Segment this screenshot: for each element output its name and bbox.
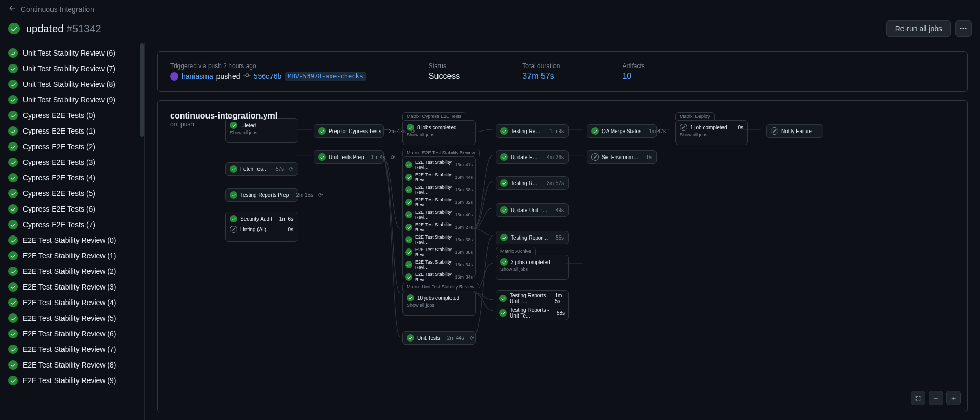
artifacts-value[interactable]: 10 [622, 72, 644, 81]
matrix-cypress[interactable]: 8 jobs completed Show all jobs [402, 120, 476, 145]
sidebar-item[interactable]: E2E Test Stability Review (6) [0, 326, 144, 342]
show-all-link[interactable]: Show all jobs [407, 132, 471, 137]
job-reports-unit1[interactable]: Testing Reports - Unit Te... 55s [496, 231, 569, 244]
avatar[interactable] [170, 72, 178, 81]
check-icon [8, 158, 18, 167]
sidebar-item[interactable]: E2E Test Stability Review (5) [0, 310, 144, 326]
job-fetch[interactable]: Fetch Test Stability Allow ... 57s ⟳ [225, 162, 298, 176]
check-icon [318, 127, 326, 135]
triggered-label: Triggered via push 2 hours ago [170, 62, 366, 70]
matrix-row[interactable]: E2E Test Stability Revi...16m 41s [405, 159, 473, 171]
job-set-env[interactable]: Set Environments to Deploy 0s [587, 150, 657, 164]
job-unit-tests[interactable]: Unit Tests 2m 44s ⟳ [402, 331, 476, 345]
sidebar-item[interactable]: E2E Test Stability Review (7) [0, 342, 144, 357]
check-icon [405, 211, 412, 218]
duration-value[interactable]: 37m 57s [522, 72, 560, 81]
matrix-unit-reports[interactable]: Testing Reports - Unit T... 1m 5s Testin… [496, 290, 569, 320]
breadcrumb[interactable]: Continuous Integration [21, 5, 94, 14]
sidebar-item[interactable]: Cypress E2E Tests (3) [0, 154, 144, 170]
rerun-button[interactable]: Re-run all jobs [886, 20, 951, 37]
sidebar-item[interactable]: Unit Test Stability Review (9) [0, 92, 144, 108]
run-title-text: updated [26, 23, 63, 34]
sidebar-item[interactable]: Unit Test Stability Review (7) [0, 61, 144, 76]
sidebar-item[interactable]: E2E Test Stability Review (0) [0, 232, 144, 248]
matrix-e2e[interactable]: E2E Test Stability Revi...16m 41sE2E Tes… [402, 156, 476, 277]
matrix-cypress-label: Matrix: Cypress E2E Tests [402, 112, 466, 120]
matrix-row[interactable]: E2E Test Stability Revi...16m 34s [405, 271, 473, 283]
job-unit-prep[interactable]: Unit Tests Prep 1m 4s ⟳ [314, 150, 384, 164]
job-testing-reports-prep[interactable]: Testing Reports Prep 2m 15s ⟳ [225, 188, 298, 202]
sidebar-item[interactable]: E2E Test Stability Review (4) [0, 295, 144, 310]
matrix-row-dur: 16m 34s [455, 274, 473, 280]
branch-tag[interactable]: MHV-53978-axe-checks [285, 72, 366, 81]
rerun-icon[interactable]: ⟳ [287, 166, 293, 172]
sidebar-item[interactable]: Cypress E2E Tests (7) [0, 217, 144, 232]
sidebar-item[interactable]: Cypress E2E Tests (6) [0, 201, 144, 217]
workflow-graph[interactable]: continuous-integration.yml on: push [157, 100, 968, 412]
job-reports-e2e[interactable]: Testing Reports - E2E ... 3m 57s [496, 176, 569, 190]
rerun-icon[interactable]: ⟳ [389, 154, 395, 160]
sidebar-item[interactable]: E2E Test Stability Review (3) [0, 279, 144, 295]
check-icon [230, 165, 237, 173]
show-all-link[interactable]: Show all jobs [500, 267, 564, 272]
pushed-word: pushed [216, 72, 240, 81]
matrix-deploy[interactable]: 1 job completed 0s Show all jobs [675, 120, 748, 145]
sidebar-item[interactable]: Cypress E2E Tests (5) [0, 186, 144, 201]
job-update-unit[interactable]: Update Unit Test Stability ... 49s [496, 203, 569, 217]
job-label: Prep for Cypress Tests [329, 128, 381, 134]
matrix-security[interactable]: Security Audit 1m 6s Linting (All) 0s [225, 212, 298, 242]
matrix-unit[interactable]: 10 jobs completed Show all jobs [402, 291, 476, 316]
job-reports-cypress[interactable]: Testing Reports - Cypre... 1m 9s [496, 124, 569, 138]
job-duration: 1m 4s [367, 154, 385, 160]
matrix-row-dur: 16m 40s [455, 212, 473, 217]
matrix-row[interactable]: E2E Test Stability Revi...16m 40s [405, 208, 473, 221]
sidebar-item[interactable]: Cypress E2E Tests (0) [0, 108, 144, 123]
matrix-row[interactable]: E2E Test Stability Revi...16m 38s [405, 246, 473, 258]
sidebar-item[interactable]: Cypress E2E Tests (4) [0, 170, 144, 186]
matrix-row[interactable]: E2E Test Stability Revi...16m 44s [405, 171, 473, 183]
job-label: Set Environments to Deploy [602, 154, 639, 160]
status-label: Status [429, 62, 460, 70]
zoom-in-icon[interactable]: + [946, 391, 961, 405]
back-arrow-icon[interactable] [8, 4, 17, 14]
show-all-link[interactable]: Show all jobs [680, 132, 743, 137]
show-all-link[interactable]: Show all jobs [230, 130, 293, 135]
matrix-row-dur: 16m 27s [455, 225, 473, 230]
job-qa-merge[interactable]: QA Merge Status 1m 47s [587, 124, 657, 138]
job-label: Security Audit [240, 216, 272, 222]
kebab-menu-icon[interactable] [955, 20, 972, 37]
matrix-row[interactable]: E2E Test Stability Revi...16m 32s [405, 196, 473, 208]
matrix-row[interactable]: E2E Test Stability Revi...16m 34s [405, 258, 473, 271]
job-duration: 1m 9s [546, 128, 564, 134]
sidebar-item[interactable]: E2E Test Stability Review (9) [0, 373, 144, 388]
sidebar-item[interactable]: Unit Test Stability Review (8) [0, 76, 144, 92]
job-prep-cypress[interactable]: Prep for Cypress Tests 2m 49s ⟳ [314, 124, 384, 138]
matrix-archive[interactable]: 3 jobs completed Show all jobs [496, 255, 569, 280]
rerun-icon[interactable]: ⟳ [316, 192, 323, 198]
job-update-e2e[interactable]: Update E2E Test Stabili... 4m 26s [496, 150, 569, 164]
show-all-link[interactable]: Show all jobs [407, 303, 471, 308]
sidebar-item-label: Cypress E2E Tests (3) [23, 158, 95, 166]
matrix-summary: 3 jobs completed [511, 259, 550, 265]
matrix-row[interactable]: E2E Test Stability Revi...16m 38s [405, 233, 473, 246]
job-duration: 0s [288, 227, 293, 232]
zoom-out-icon[interactable]: − [929, 391, 943, 405]
fullscreen-icon[interactable] [911, 391, 925, 405]
sidebar-item[interactable]: Cypress E2E Tests (1) [0, 123, 144, 139]
check-icon [8, 95, 18, 104]
workflow-file: continuous-integration.yml [170, 111, 277, 121]
matrix-row[interactable]: E2E Test Stability Revi...16m 38s [405, 183, 473, 196]
sidebar-item[interactable]: Cypress E2E Tests (2) [0, 139, 144, 154]
commit-link[interactable]: 556c76b [254, 72, 282, 81]
sidebar-item[interactable]: Unit Test Stability Review (6) [0, 45, 144, 61]
sidebar-item[interactable]: E2E Test Stability Review (1) [0, 248, 144, 264]
jobs-sidebar[interactable]: Unit Test Stability Review (6)Unit Test … [0, 43, 145, 420]
matrix-row[interactable]: E2E Test Stability Revi...16m 27s [405, 221, 473, 233]
rerun-icon[interactable]: ⟳ [468, 335, 474, 341]
job-notify-failure[interactable]: Notify Failure [766, 124, 823, 138]
sidebar-item[interactable]: E2E Test Stability Review (2) [0, 264, 144, 279]
actor-link[interactable]: haniasma [182, 72, 213, 81]
sidebar-item[interactable]: E2E Test Stability Review (8) [0, 357, 144, 373]
job-label: Testing Reports - Unit T... [510, 293, 551, 304]
sidebar-scrollbar[interactable] [140, 43, 144, 137]
